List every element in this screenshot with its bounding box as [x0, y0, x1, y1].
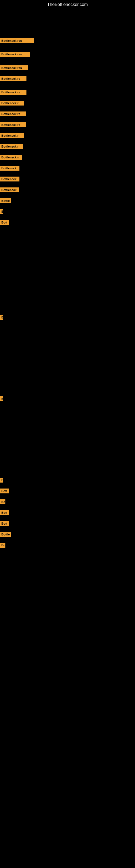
bottleneck-item[interactable]: Bottleneck res	[0, 52, 30, 57]
bottleneck-item[interactable]: Bottleneck re	[0, 90, 27, 95]
bottleneck-item[interactable]: B	[0, 396, 3, 401]
bottleneck-item[interactable]: Bottleneck	[0, 187, 19, 192]
bottleneck-item[interactable]: Bottle	[0, 198, 11, 203]
site-title: TheBottlenecker.com	[0, 0, 135, 9]
bottleneck-item[interactable]: Bottleneck re	[0, 122, 26, 127]
bottleneck-item[interactable]: Bottleneck re	[0, 76, 27, 81]
bottleneck-item[interactable]: Bottleneck r	[0, 144, 23, 149]
bottleneck-item[interactable]: Bott	[0, 489, 9, 493]
bottleneck-item[interactable]: Bottleneck r	[0, 133, 24, 138]
bottleneck-item[interactable]: B	[0, 209, 3, 214]
bottleneck-item[interactable]: Bottleneck re	[0, 112, 26, 116]
bottleneck-item[interactable]: B	[0, 315, 3, 320]
bottleneck-item[interactable]: Bottleneck	[0, 166, 19, 170]
bottleneck-item[interactable]: Bott	[0, 510, 9, 515]
bottleneck-item[interactable]: Bottleneck r	[0, 101, 24, 105]
bottleneck-item[interactable]: Bo	[0, 499, 5, 504]
bottleneck-item[interactable]: Bottle	[0, 532, 11, 537]
bottleneck-item[interactable]: Bottleneck res	[0, 65, 28, 70]
bottleneck-item[interactable]: Bott	[0, 521, 9, 526]
bottleneck-item[interactable]: Bott	[0, 220, 9, 225]
bottleneck-item[interactable]: Bo	[0, 543, 5, 548]
bottleneck-item[interactable]: B	[0, 478, 3, 483]
bottleneck-item[interactable]: Bottleneck	[0, 177, 19, 182]
bottleneck-item[interactable]: Bottleneck res	[0, 38, 34, 43]
bottleneck-item[interactable]: Bottleneck n	[0, 155, 22, 160]
